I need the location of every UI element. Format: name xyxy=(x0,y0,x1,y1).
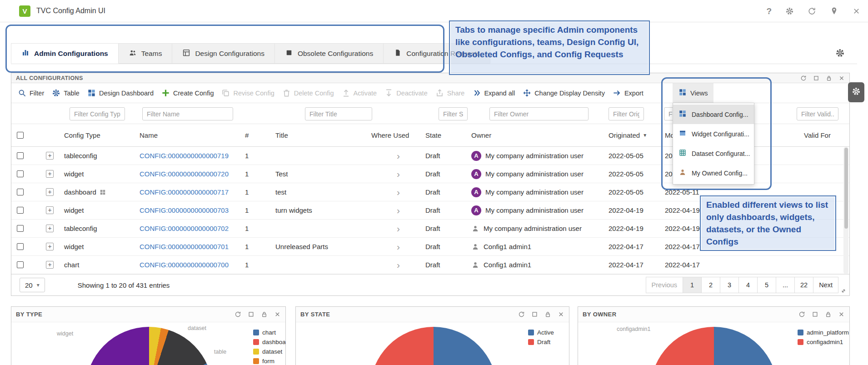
expand-row-icon[interactable]: + xyxy=(46,225,54,232)
expand-row-icon[interactable]: + xyxy=(46,261,54,269)
refresh-icon[interactable] xyxy=(800,75,807,81)
pie-by-state[interactable] xyxy=(370,327,497,365)
filter-originated-input[interactable] xyxy=(609,107,644,120)
help-icon[interactable]: ? xyxy=(766,6,772,16)
table-row[interactable]: + widget CONFIG:0000000000000701 1 Unrel… xyxy=(11,238,849,256)
settings-flyout-tab[interactable] xyxy=(848,82,864,102)
expand-row-icon[interactable]: + xyxy=(46,243,54,250)
tab-teams[interactable]: Teams xyxy=(119,43,173,64)
close-icon[interactable] xyxy=(838,75,845,81)
where-used-chevron-icon[interactable]: › xyxy=(371,261,425,269)
pin-icon[interactable] xyxy=(830,7,838,15)
change-display-density-button[interactable]: Change Display Density xyxy=(523,89,605,97)
legend-item[interactable]: Draft xyxy=(528,337,554,347)
config-name-link[interactable]: CONFIG:0000000000000717 xyxy=(140,188,229,196)
menu-item-my-owned-configurations[interactable]: My Owned Config... xyxy=(673,163,754,183)
filter-button[interactable]: Filter xyxy=(18,89,44,97)
config-name-link[interactable]: CONFIG:0000000000000719 xyxy=(140,152,229,160)
resize-handle-icon[interactable] xyxy=(840,287,847,295)
refresh-icon[interactable] xyxy=(798,311,805,318)
legend-item[interactable]: configadmin1 xyxy=(798,337,849,347)
page-button[interactable]: 2 xyxy=(702,277,720,293)
gear-icon[interactable] xyxy=(785,7,794,15)
filter-owner-input[interactable] xyxy=(489,107,589,120)
row-checkbox[interactable] xyxy=(17,261,24,268)
row-checkbox[interactable] xyxy=(17,243,24,250)
filter-valid-input[interactable] xyxy=(797,107,838,120)
expand-row-icon[interactable]: + xyxy=(46,152,54,160)
scrollbar-thumb[interactable] xyxy=(844,148,848,229)
page-button[interactable]: 22 xyxy=(795,277,813,293)
table-row[interactable]: + tableconfig CONFIG:0000000000000702 1 … xyxy=(11,220,849,238)
maximize-icon[interactable] xyxy=(812,311,818,318)
column-owner[interactable]: Owner xyxy=(471,131,609,139)
tab-obsolete-configurations[interactable]: Obsolete Configurations xyxy=(275,43,384,64)
lock-icon[interactable] xyxy=(825,311,832,318)
lock-icon[interactable] xyxy=(261,311,268,318)
table-settings-button[interactable]: Table xyxy=(52,89,80,97)
where-used-chevron-icon[interactable]: › xyxy=(371,152,425,160)
menu-item-dashboard-configurations[interactable]: Dashboard Config... xyxy=(673,105,754,124)
close-icon[interactable] xyxy=(838,311,845,318)
maximize-icon[interactable] xyxy=(813,75,819,81)
expand-all-button[interactable]: Expand all xyxy=(472,89,515,97)
delete-config-button[interactable]: Delete Config xyxy=(282,89,334,97)
legend-item[interactable]: dataset xyxy=(253,347,285,356)
lock-icon[interactable] xyxy=(826,75,832,81)
column-name[interactable]: Name xyxy=(140,131,245,139)
refresh-icon[interactable] xyxy=(808,7,816,15)
column-where-used[interactable]: Where Used xyxy=(371,131,425,139)
table-row[interactable]: + chart CONFIG:0000000000000700 1 › Draf… xyxy=(11,256,849,274)
maximize-icon[interactable] xyxy=(531,311,538,318)
close-icon[interactable] xyxy=(852,7,861,15)
config-name-link[interactable]: CONFIG:0000000000000702 xyxy=(140,225,229,232)
lock-icon[interactable] xyxy=(544,311,551,318)
page-button[interactable]: 1 xyxy=(683,277,702,293)
export-button[interactable]: Export xyxy=(613,89,644,97)
menu-item-dataset-configurations[interactable]: Dataset Configurat... xyxy=(673,144,754,163)
filter-name-input[interactable] xyxy=(142,107,233,120)
table-row[interactable]: + dashboard CONFIG:0000000000000717 1 te… xyxy=(11,183,849,201)
create-config-button[interactable]: Create Config xyxy=(161,89,214,97)
row-checkbox[interactable] xyxy=(17,152,24,159)
expand-row-icon[interactable]: + xyxy=(46,170,54,178)
maximize-icon[interactable] xyxy=(248,311,254,318)
tab-configuration-requests[interactable]: Configuration Requests xyxy=(384,43,490,64)
tab-design-configurations[interactable]: Design Configurations xyxy=(172,43,275,64)
column-originated[interactable]: Originated▼ xyxy=(609,131,665,139)
legend-item[interactable]: form xyxy=(253,356,285,365)
next-page-button[interactable]: Next xyxy=(813,277,838,293)
filter-state-input[interactable] xyxy=(439,107,468,120)
page-size-select[interactable]: 20 ▾ xyxy=(20,278,45,292)
views-button[interactable]: Views xyxy=(673,83,713,103)
legend-item[interactable]: dashboard xyxy=(253,337,285,347)
row-checkbox[interactable] xyxy=(17,170,24,177)
page-button[interactable]: 4 xyxy=(739,277,758,293)
row-checkbox[interactable] xyxy=(17,189,24,195)
column-count[interactable]: # xyxy=(245,131,275,139)
share-button[interactable]: Share xyxy=(435,89,465,97)
activate-button[interactable]: Activate xyxy=(342,89,377,97)
vertical-scrollbar[interactable] xyxy=(843,147,848,274)
legend-item[interactable]: admin_platform xyxy=(798,328,849,337)
page-settings-gear-icon[interactable] xyxy=(835,48,845,60)
design-dashboard-button[interactable]: Design Dashboard xyxy=(87,89,154,97)
column-state[interactable]: State xyxy=(425,131,471,139)
column-title[interactable]: Title xyxy=(275,131,371,139)
column-valid-for[interactable]: Valid For xyxy=(804,131,849,139)
select-all-checkbox[interactable] xyxy=(17,132,24,139)
expand-row-icon[interactable]: + xyxy=(46,188,54,196)
row-checkbox[interactable] xyxy=(17,225,24,232)
where-used-chevron-icon[interactable]: › xyxy=(371,243,425,251)
page-button[interactable]: 5 xyxy=(758,277,776,293)
refresh-icon[interactable] xyxy=(518,311,525,318)
legend-item[interactable]: chart xyxy=(253,328,285,337)
revise-config-button[interactable]: Revise Config xyxy=(221,89,274,97)
expand-row-icon[interactable]: + xyxy=(46,206,54,214)
tab-admin-configurations[interactable]: Admin Configurations xyxy=(11,43,119,64)
pie-by-owner[interactable] xyxy=(650,327,778,365)
close-icon[interactable] xyxy=(274,311,281,318)
config-name-link[interactable]: CONFIG:0000000000000700 xyxy=(140,261,229,269)
filter-config-type-input[interactable] xyxy=(70,107,125,120)
menu-item-widget-configurations[interactable]: Widget Configurati... xyxy=(673,124,754,144)
